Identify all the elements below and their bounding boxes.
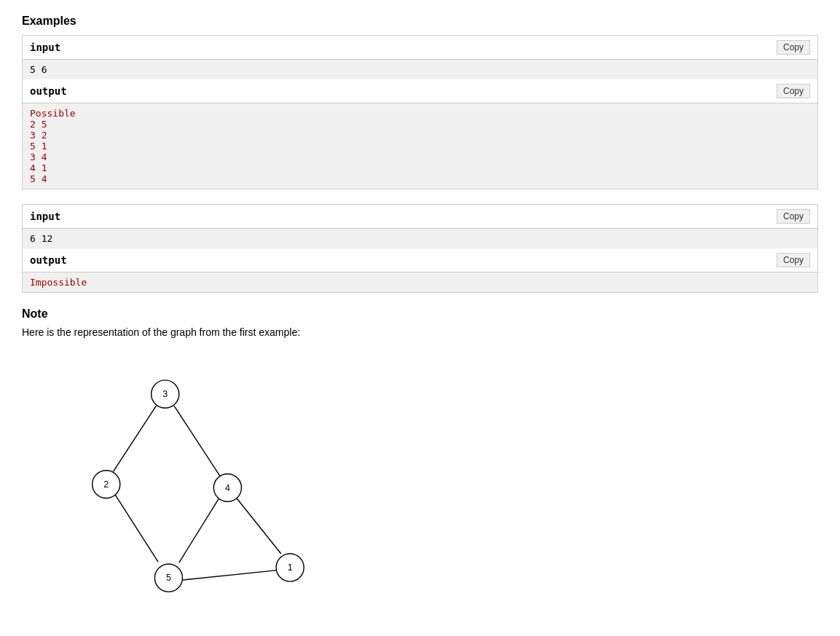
output-label-1: output [30,85,67,97]
edge-2-5 [115,495,158,562]
example-block-2: input Copy 6 12 output Copy Impossible [22,204,818,293]
output-content-2: Impossible [23,272,817,292]
node-3-label: 3 [162,389,168,399]
input-header-2: input Copy [23,205,817,229]
edge-5-1 [182,570,276,580]
output-copy-button-1[interactable]: Copy [777,84,810,98]
node-4-label: 4 [225,483,230,493]
graph-container: 3 2 4 5 1 [44,350,335,612]
edge-4-5 [179,499,219,563]
output-label-2: output [30,254,67,266]
input-label-1: input [30,42,60,53]
input-content-2: 6 12 [23,229,817,248]
node-5-label: 5 [166,573,171,583]
edge-3-4 [174,406,220,476]
output-copy-button-2[interactable]: Copy [777,253,810,267]
input-copy-button-2[interactable]: Copy [777,209,810,224]
note-text: Here is the representation of the graph … [22,326,818,338]
example-block-1: input Copy 5 6 output Copy Possible 2 5 … [22,35,818,189]
input-label-2: input [30,211,60,222]
note-title: Note [22,307,818,321]
edge-4-1 [237,498,281,554]
input-copy-button-1[interactable]: Copy [777,40,810,55]
graph-svg: 3 2 4 5 1 [44,350,335,612]
output-header-1: output Copy [23,79,817,103]
edge-3-2 [113,406,156,471]
examples-section: Examples input Copy 5 6 output Copy Poss… [22,15,818,293]
input-content-1: 5 6 [23,60,817,79]
input-header-1: input Copy [23,36,817,60]
output-content-1: Possible 2 5 3 2 5 1 3 4 4 1 5 4 [23,103,817,189]
note-section: Note Here is the representation of the g… [22,307,818,612]
node-2-label: 2 [103,479,109,490]
section-title: Examples [22,15,818,28]
node-1-label: 1 [288,562,293,573]
output-header-2: output Copy [23,248,817,272]
